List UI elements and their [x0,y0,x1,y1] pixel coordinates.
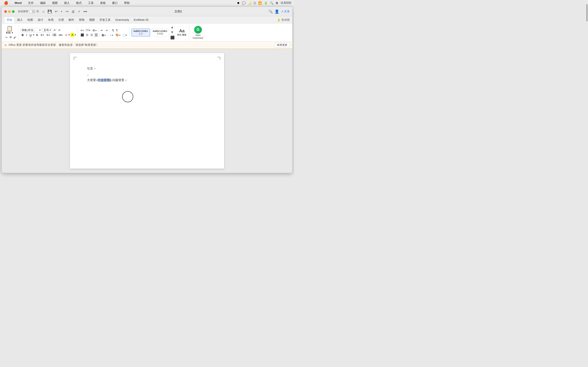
check-update-button[interactable]: 检查更新 [275,42,290,48]
save-icon[interactable]: 💾 [47,9,53,14]
align-center-button[interactable]: ☰ [85,33,89,37]
search-button[interactable]: 🔍 [268,9,273,14]
line-spacing-button[interactable]: ↕▼ [110,33,114,37]
font-shrink-button[interactable]: A- [58,28,61,32]
cut-button[interactable]: ✂ [5,35,8,39]
home-icon[interactable]: ⌂ [42,9,45,14]
fontcolor-dropdown-icon[interactable]: ▼ [68,34,70,36]
numbering-button[interactable]: ⑴▼ [85,28,91,33]
columns-button[interactable]: ▦▼ [101,33,107,37]
menu-insert[interactable]: 插入 [63,1,71,5]
undo-icon[interactable]: ↩ [54,9,59,14]
font-grow-button[interactable]: A+ [53,28,57,32]
increase-indent-button[interactable]: ⇥ [104,28,108,32]
wifi-icon[interactable]: 📶 [258,1,262,5]
tab-developer[interactable]: 开发工具 [97,17,113,23]
borders-button[interactable]: ⬚▼ [122,33,128,37]
redo-icon[interactable]: ↪ [65,9,69,14]
more-tools-icon[interactable]: ••• [83,9,88,14]
clear-format-button[interactable]: ⌫ [51,33,57,37]
autosave-label: 自动保存 [18,10,28,13]
tab-grammarly[interactable]: Grammarly [113,17,131,23]
menu-file[interactable]: 文件 [27,1,35,5]
superscript-button[interactable]: X2 [45,33,51,37]
update-warning-icon: ✕ [4,43,7,47]
paste-dropdown-icon[interactable]: ▼ [11,32,13,34]
menubar-right: ⏺ 💬 🌙 ⬡ 📶 🔋 🔍 ⚙ 11月22日 [237,1,291,5]
font-size-selector[interactable]: 五号 ▼ [43,28,52,33]
app-menu-word[interactable]: Word [13,1,23,5]
copy-button[interactable]: ⧉ [9,35,12,39]
tab-review[interactable]: 审阅 [77,17,86,23]
menu-table[interactable]: 表格 [99,1,107,5]
font-color-button[interactable]: A [64,33,68,37]
paste-button[interactable]: 📋 粘贴 ▼ [5,25,15,35]
traffic-lights [4,10,15,13]
review-icon[interactable]: ✓ [77,9,81,14]
sort-button[interactable]: ⇅ [111,28,115,32]
search-menubar-icon[interactable]: 🔍 [270,1,273,5]
tab-references[interactable]: 引用 [56,17,66,23]
menu-help[interactable]: 帮助 [123,1,131,5]
paragraph-text: 大背景+行业背景+问题背景 ↵ [87,78,207,83]
fontsize-dropdown-icon: ▼ [49,29,51,31]
underline-dropdown-icon[interactable]: ▼ [33,34,35,36]
share-button[interactable]: ↗ 共享 [281,10,290,14]
multilevel-list-button[interactable]: ⊞▼ [92,28,97,32]
tab-layout[interactable]: 布局 [46,17,56,23]
document-page[interactable]: 引言 ↵ ↵ 大背景+行业背景+问题背景 ↵ [70,53,224,169]
menu-window[interactable]: 窗口 [111,1,119,5]
close-button[interactable] [4,10,7,13]
italic-button[interactable]: I [25,33,28,37]
style-normal[interactable]: AaBbCcDdEe 正文 [132,29,150,36]
style-no-spacing[interactable]: AaBbCcDdEe 无间隔 [151,29,169,36]
align-right-button[interactable]: ☰ [90,33,94,37]
highlight-button[interactable]: A [70,33,74,37]
bold-button[interactable]: B [21,33,25,37]
autosave-toggle[interactable] [29,10,35,13]
document-content: 引言 ↵ ↵ 大背景+行业背景+问题背景 ↵ [87,66,207,83]
decrease-indent-button[interactable]: ⇤ [100,28,104,32]
align-left-button[interactable]: ⬛ [80,33,85,37]
tab-mailings[interactable]: 邮件 [66,17,76,23]
style-cards: AaBbCcDdEe 正文 AaBbCcDdEe 无间隔 [132,29,169,36]
styles-down-icon[interactable]: ▼ [170,30,175,35]
tab-draw[interactable]: 绘图 [25,17,35,23]
control-center-icon[interactable]: ⚙ [276,1,278,5]
corner-mark-tl [74,57,77,60]
tab-endnote[interactable]: EndNote 20 [132,17,151,23]
align-justify-button[interactable]: ☰ [94,33,98,37]
tab-insert[interactable]: 插入 [15,17,25,23]
minimize-button[interactable] [8,10,11,13]
tab-design[interactable]: 设计 [35,17,45,23]
tab-home[interactable]: 开始 [4,17,15,23]
show-marks-button[interactable]: ¶ [115,28,118,32]
tell-me-box[interactable]: 💡 告诉我 [277,18,290,22]
format-painter-button[interactable]: 🖌 [13,35,17,39]
menu-edit[interactable]: 编辑 [39,1,47,5]
menu-tools[interactable]: 工具 [87,1,95,5]
styles-pane-button[interactable]: Aa 样式 窗格 [176,28,188,37]
underline-button[interactable]: U [28,33,33,37]
maximize-button[interactable] [12,10,15,13]
menu-format[interactable]: 格式 [75,1,83,5]
wechat-icon[interactable]: 💬 [242,1,246,5]
subscript-button[interactable]: X2 [39,33,45,37]
open-grammarly-button[interactable]: G Open Grammarly [191,25,204,40]
tab-view[interactable]: 视图 [87,17,97,23]
phonetic-button[interactable]: abc [58,33,64,37]
bullets-button[interactable]: ≡▼ [80,28,85,32]
styles-expand-icon[interactable]: ⬛ [170,35,175,40]
apple-menu[interactable]: 🍎 [3,0,9,5]
font-name-selector[interactable]: 等线 (中文... ▼ [21,28,42,33]
bluetooth-icon[interactable]: ⬡ [253,1,256,5]
undo-dropdown-icon[interactable]: ▼ [60,10,63,13]
strikethrough-button[interactable]: S [35,33,39,37]
highlight-dropdown-icon[interactable]: ▼ [74,34,76,36]
menu-view[interactable]: 视图 [51,1,59,5]
styles-up-icon[interactable]: ▲ [170,25,175,30]
print-icon[interactable]: 🖨 [70,9,76,14]
grammarly-group: G Open Grammarly [190,25,206,41]
shading-button[interactable]: 🎨▼ [115,33,121,37]
user-icon[interactable]: 👤 [275,9,279,14]
